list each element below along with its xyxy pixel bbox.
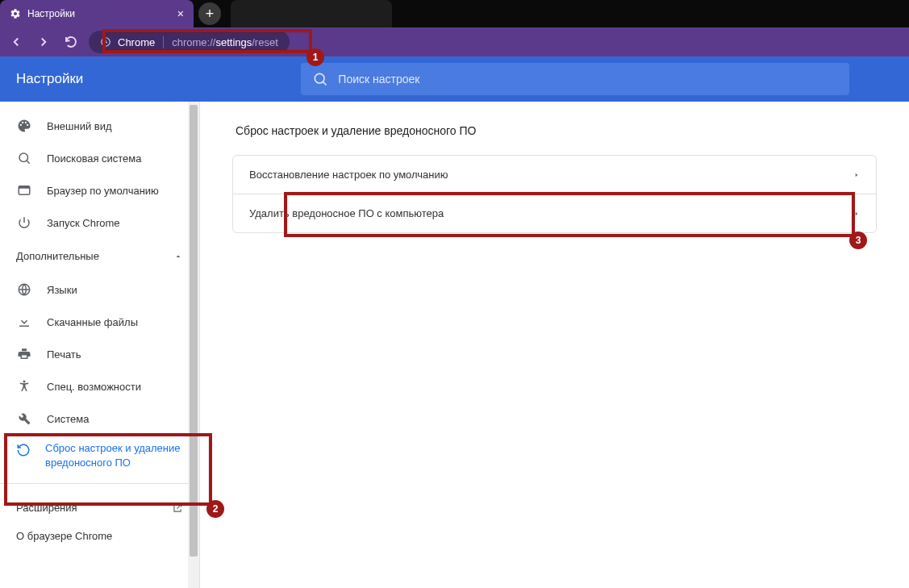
palette-icon	[16, 119, 32, 133]
sidebar-advanced-toggle[interactable]: Дополнительные	[0, 239, 199, 273]
svg-point-2	[19, 153, 28, 162]
search-icon	[16, 151, 32, 165]
sidebar-advanced-label: Дополнительные	[16, 250, 99, 262]
sidebar-item-label: Запуск Chrome	[47, 217, 120, 229]
browser-icon	[16, 183, 32, 198]
back-icon[interactable]	[6, 32, 26, 52]
sidebar-item-accessibility[interactable]: Спец. возможности	[0, 370, 199, 402]
sidebar-item-label: Скачанные файлы	[47, 316, 138, 328]
download-icon	[16, 315, 32, 329]
svg-rect-4	[19, 186, 30, 189]
close-icon[interactable]: ×	[177, 7, 184, 20]
annotation-badge-1: 1	[306, 48, 324, 66]
search-icon	[312, 71, 328, 87]
sidebar-item-label: Поисковая система	[47, 152, 142, 165]
sidebar-item-downloads[interactable]: Скачанные файлы	[0, 306, 199, 338]
annotation-box-1	[102, 29, 312, 53]
settings-content: Сброс настроек и удаление вредоносного П…	[200, 102, 909, 588]
section-title: Сброс настроек и удаление вредоносного П…	[236, 124, 877, 137]
new-tab-button[interactable]: +	[198, 2, 221, 25]
tab-inactive[interactable]	[231, 0, 392, 27]
sidebar-item-label: Языки	[47, 284, 77, 296]
sidebar-item-on-startup[interactable]: Запуск Chrome	[0, 206, 199, 239]
tab-title: Настройки	[27, 8, 75, 19]
sidebar-about-label: О браузере Chrome	[16, 530, 112, 542]
row-label: Восстановление настроек по умолчанию	[249, 169, 448, 181]
annotation-badge-2: 2	[206, 500, 224, 518]
sidebar-item-label: Внешний вид	[47, 120, 112, 132]
print-icon	[16, 347, 32, 361]
wrench-icon	[16, 411, 32, 426]
chevron-up-icon	[173, 252, 183, 261]
page-title: Настройки	[16, 71, 83, 87]
browser-tab-strip: Настройки × +	[0, 0, 909, 27]
sidebar-item-print[interactable]: Печать	[0, 338, 199, 370]
reload-icon[interactable]	[61, 32, 81, 52]
settings-header: Настройки	[0, 56, 909, 102]
annotation-badge-3: 3	[849, 231, 867, 249]
settings-search[interactable]	[301, 63, 849, 95]
tab-settings[interactable]: Настройки ×	[0, 0, 194, 27]
sidebar-item-default-browser[interactable]: Браузер по умолчанию	[0, 174, 199, 206]
a11y-icon	[16, 379, 32, 394]
sidebar-item-label: Браузер по умолчанию	[47, 185, 159, 197]
svg-rect-6	[19, 326, 29, 327]
sidebar-item-about[interactable]: О браузере Chrome	[0, 525, 199, 553]
annotation-box-2	[4, 433, 212, 506]
svg-point-7	[23, 381, 26, 383]
globe-icon	[16, 282, 32, 297]
sidebar-scrollbar[interactable]	[188, 102, 199, 588]
sidebar-item-languages[interactable]: Языки	[0, 273, 199, 306]
annotation-box-3	[284, 192, 855, 237]
search-input[interactable]	[338, 73, 838, 85]
sidebar-item-search-engine[interactable]: Поисковая система	[0, 142, 199, 174]
sidebar-item-label: Система	[47, 413, 89, 425]
sidebar-item-appearance[interactable]: Внешний вид	[0, 110, 199, 142]
sidebar-item-system[interactable]: Система	[0, 402, 199, 435]
power-icon	[16, 215, 32, 230]
chevron-right-icon	[853, 170, 860, 180]
gear-icon	[10, 8, 21, 19]
sidebar-item-label: Печать	[47, 348, 81, 361]
sidebar-item-label: Спец. возможности	[47, 381, 141, 393]
svg-point-1	[315, 73, 325, 83]
settings-sidebar: Внешний вид Поисковая система Браузер по…	[0, 102, 200, 588]
forward-icon[interactable]	[34, 32, 53, 52]
row-restore-defaults[interactable]: Восстановление настроек по умолчанию	[233, 156, 876, 194]
